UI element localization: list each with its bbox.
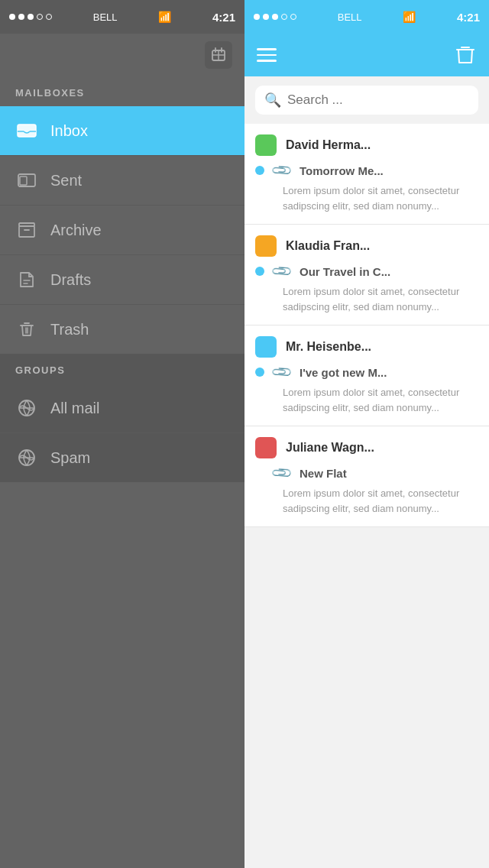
hamburger-line1 — [257, 48, 277, 50]
attach-icon-1: 📎 — [270, 158, 293, 182]
spam-icon — [15, 446, 38, 469]
preview-4: Lorem ipsum dolor sit amet, consectetur … — [255, 486, 478, 516]
email-row2-3: 📎 I've got new M... — [255, 364, 478, 381]
unread-dot-1 — [255, 166, 264, 175]
sender-name-4: Juliane Wagn... — [286, 441, 374, 455]
archive-icon — [15, 219, 38, 241]
right-panel: 🔍 David Herma... 📎 Tomorrow Me... Lorem … — [244, 34, 489, 868]
sidebar-top-bar — [0, 34, 244, 76]
trash-icon — [15, 318, 38, 341]
avatar-1 — [255, 134, 277, 156]
groups-section: GROUPS All mail — [0, 354, 244, 482]
email-row1-4: Juliane Wagn... — [255, 437, 478, 458]
preview-3: Lorem ipsum dolor sit amet, consectetur … — [255, 385, 478, 415]
subject-3: I've got new M... — [300, 366, 387, 379]
preview-1: Lorem ipsum dolor sit amet, consectetur … — [255, 183, 478, 213]
email-item-3[interactable]: Mr. Heisenbe... 📎 I've got new M... Lore… — [244, 326, 489, 426]
subject-2: Our Travel in C... — [300, 265, 390, 278]
rdot2 — [263, 14, 269, 20]
carrier-left: BELL — [93, 11, 118, 23]
dot4 — [37, 14, 43, 20]
email-row2-4: 📎 New Flat — [255, 465, 478, 481]
sidebar-item-allmail[interactable]: All mail — [0, 384, 244, 432]
search-input-wrap[interactable]: 🔍 — [255, 86, 478, 115]
drafts-icon — [15, 268, 38, 291]
email-row1-1: David Herma... — [255, 134, 478, 156]
avatar-4 — [255, 437, 277, 458]
dot2 — [18, 14, 24, 20]
svg-rect-5 — [18, 125, 36, 137]
sender-name-2: Klaudia Fran... — [286, 239, 370, 253]
menu-button[interactable] — [257, 48, 277, 62]
sidebar-item-inbox[interactable]: Inbox — [0, 106, 244, 155]
time-right: 4:21 — [457, 11, 480, 24]
trash-label: Trash — [50, 321, 89, 338]
status-bar-right: BELL 📶 4:21 — [244, 0, 489, 34]
search-icon: 🔍 — [264, 92, 281, 108]
email-row1-3: Mr. Heisenbe... — [255, 336, 478, 358]
inbox-label: Inbox — [50, 122, 88, 140]
sender-name-3: Mr. Heisenbe... — [286, 340, 371, 354]
rdot4 — [281, 14, 287, 20]
email-row1-2: Klaudia Fran... — [255, 235, 478, 257]
allmail-label: All mail — [50, 400, 99, 417]
svg-rect-12 — [19, 226, 34, 237]
signal-dots-left — [9, 14, 52, 20]
svg-rect-10 — [20, 177, 27, 185]
mailboxes-section-label: MAILBOXES — [0, 76, 244, 106]
hamburger-line3 — [257, 60, 277, 62]
archive-label: Archive — [50, 222, 102, 239]
topbar — [244, 34, 489, 76]
attach-icon-4: 📎 — [270, 461, 293, 484]
attach-icon-3: 📎 — [270, 360, 293, 384]
email-item-4[interactable]: Juliane Wagn... 📎 New Flat Lorem ipsum d… — [244, 426, 489, 527]
unread-dot-2 — [255, 267, 264, 276]
main-content: MAILBOXES Inbox — [0, 34, 489, 868]
avatar-2 — [255, 235, 277, 257]
time-left: 4:21 — [212, 11, 235, 24]
rdot3 — [272, 14, 278, 20]
sidebar-item-archive[interactable]: Archive — [0, 206, 244, 254]
wifi-icon-left: 📶 — [158, 11, 171, 23]
rdot1 — [254, 14, 260, 20]
avatar-3 — [255, 336, 277, 358]
topbar-action-button[interactable] — [454, 44, 477, 66]
sent-label: Sent — [50, 172, 82, 189]
dot3 — [28, 14, 34, 20]
email-item-2[interactable]: Klaudia Fran... 📎 Our Travel in C... Lor… — [244, 225, 489, 326]
inbox-icon — [15, 119, 38, 142]
status-bar: BELL 📶 4:21 BELL 📶 4:21 — [0, 0, 489, 34]
rdot5 — [290, 14, 296, 20]
subject-1: Tomorrow Me... — [300, 164, 384, 177]
sidebar-item-trash[interactable]: Trash — [0, 305, 244, 354]
hamburger-line2 — [257, 54, 277, 57]
search-input[interactable] — [287, 92, 469, 108]
preview-2: Lorem ipsum dolor sit amet, consectetur … — [255, 284, 478, 314]
dot1 — [9, 14, 15, 20]
status-bar-left: BELL 📶 4:21 — [0, 0, 244, 34]
allmail-icon — [15, 397, 38, 419]
sender-name-1: David Herma... — [286, 138, 371, 152]
sent-icon — [15, 169, 38, 192]
no-dot-4 — [255, 468, 264, 478]
sidebar-item-spam[interactable]: Spam — [0, 433, 244, 482]
email-row2-2: 📎 Our Travel in C... — [255, 263, 478, 280]
compose-button[interactable] — [205, 41, 232, 69]
sidebar-item-sent[interactable]: Sent — [0, 156, 244, 205]
search-bar: 🔍 — [244, 76, 489, 124]
dot5 — [46, 14, 52, 20]
attach-icon-2: 📎 — [270, 259, 293, 283]
groups-section-label: GROUPS — [0, 354, 244, 384]
drafts-label: Drafts — [50, 271, 91, 289]
email-list: David Herma... 📎 Tomorrow Me... Lorem ip… — [244, 124, 489, 868]
carrier-right: BELL — [338, 11, 362, 23]
sidebar-item-drafts[interactable]: Drafts — [0, 255, 244, 304]
email-item-1[interactable]: David Herma... 📎 Tomorrow Me... Lorem ip… — [244, 124, 489, 225]
signal-dots-right — [254, 14, 296, 20]
subject-4: New Flat — [300, 467, 347, 480]
unread-dot-3 — [255, 368, 264, 377]
email-row2-1: 📎 Tomorrow Me... — [255, 162, 478, 179]
spam-label: Spam — [50, 449, 90, 467]
wifi-icon-right: 📶 — [403, 11, 416, 23]
sidebar: MAILBOXES Inbox — [0, 34, 244, 868]
